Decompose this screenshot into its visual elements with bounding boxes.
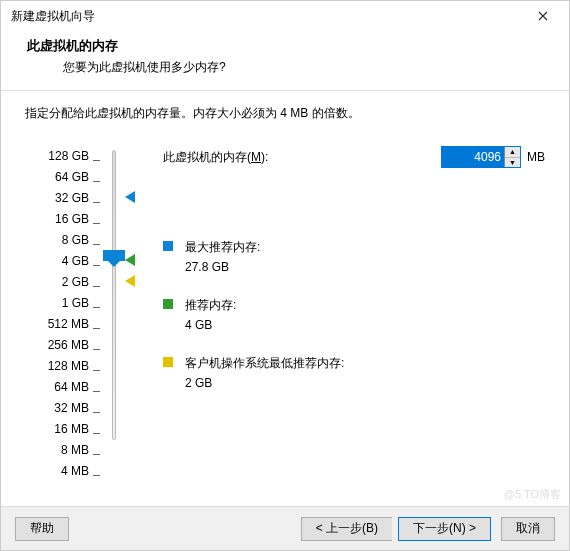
header-subtitle: 您要为此虚拟机使用多少内存? [63, 59, 543, 76]
memory-row: 此虚拟机的内存(M): 4096 ▲ ▼ MB [163, 146, 545, 168]
slider-label: 32 MB [25, 398, 89, 419]
slider-label: 16 MB [25, 419, 89, 440]
square-icon [163, 357, 173, 367]
slider-tick [93, 297, 100, 318]
slider-label: 64 GB [25, 167, 89, 188]
spinner-up-icon[interactable]: ▲ [505, 147, 520, 158]
slider-label: 4 GB [25, 251, 89, 272]
info-min: 客户机操作系统最低推荐内存: [163, 354, 545, 372]
close-icon [538, 11, 548, 21]
watermark: @5 TO博客 [504, 487, 561, 502]
slider-ticks [93, 150, 100, 486]
memory-value[interactable]: 4096 [442, 147, 504, 167]
slider-label: 128 GB [25, 146, 89, 167]
slider-label: 1 GB [25, 293, 89, 314]
slider-tick [93, 213, 100, 234]
slider-tick [93, 318, 100, 339]
content-area: 指定分配给此虚拟机的内存量。内存大小必须为 4 MB 的倍数。 128 GB64… [1, 91, 569, 422]
memory-label: 此虚拟机的内存(M): [163, 149, 268, 166]
slider-label: 4 MB [25, 461, 89, 482]
back-button[interactable]: < 上一步(B) [301, 517, 392, 541]
wizard-header: 此虚拟机的内存 您要为此虚拟机使用多少内存? [1, 31, 569, 90]
right-column: 此虚拟机的内存(M): 4096 ▲ ▼ MB [145, 146, 545, 412]
slider-label: 128 MB [25, 356, 89, 377]
slider-label: 2 GB [25, 272, 89, 293]
slider-tick [93, 444, 100, 465]
marker-rec [125, 254, 135, 266]
slider-tick [93, 402, 100, 423]
memory-slider[interactable]: 128 GB64 GB32 GB16 GB8 GB4 GB2 GB1 GB512… [25, 146, 145, 412]
nav-button-group: < 上一步(B) 下一步(N) > [301, 517, 491, 541]
window-title: 新建虚拟机向导 [11, 8, 95, 25]
square-icon [163, 241, 173, 251]
info-rec-value: 4 GB [185, 318, 545, 332]
info-max: 最大推荐内存: [163, 238, 545, 256]
close-button[interactable] [523, 2, 563, 30]
slider-tick [93, 192, 100, 213]
slider-tick [93, 234, 100, 255]
memory-input-wrap: 4096 ▲ ▼ MB [441, 146, 545, 168]
footer: 帮助 < 上一步(B) 下一步(N) > 取消 [1, 506, 569, 550]
slider-labels: 128 GB64 GB32 GB16 GB8 GB4 GB2 GB1 GB512… [25, 146, 89, 482]
memory-input[interactable]: 4096 ▲ ▼ [441, 146, 521, 168]
memory-spinner[interactable]: ▲ ▼ [504, 147, 520, 167]
spinner-down-icon[interactable]: ▼ [505, 158, 520, 168]
slider-label: 16 GB [25, 209, 89, 230]
main-row: 128 GB64 GB32 GB16 GB8 GB4 GB2 GB1 GB512… [25, 146, 545, 412]
wizard-window: 新建虚拟机向导 此虚拟机的内存 您要为此虚拟机使用多少内存? 指定分配给此虚拟机… [0, 0, 570, 551]
next-button[interactable]: 下一步(N) > [398, 517, 491, 541]
slider-label: 32 GB [25, 188, 89, 209]
marker-min [125, 275, 135, 287]
slider-thumb[interactable] [103, 250, 125, 261]
slider-tick [93, 255, 100, 276]
titlebar: 新建虚拟机向导 [1, 1, 569, 31]
info-min-value: 2 GB [185, 376, 545, 390]
slider-label: 256 MB [25, 335, 89, 356]
slider-label: 8 GB [25, 230, 89, 251]
slider-label: 64 MB [25, 377, 89, 398]
slider-tick [93, 423, 100, 444]
slider-tick [93, 339, 100, 360]
memory-unit: MB [527, 150, 545, 164]
square-icon [163, 299, 173, 309]
slider-tick [93, 150, 100, 171]
intro-text: 指定分配给此虚拟机的内存量。内存大小必须为 4 MB 的倍数。 [25, 105, 545, 122]
slider-tick [93, 276, 100, 297]
info-rec: 推荐内存: [163, 296, 545, 314]
help-button[interactable]: 帮助 [15, 517, 69, 541]
slider-tick [93, 465, 100, 486]
marker-max [125, 191, 135, 203]
slider-tick [93, 381, 100, 402]
slider-tick [93, 171, 100, 192]
info-max-value: 27.8 GB [185, 260, 545, 274]
slider-label: 512 MB [25, 314, 89, 335]
slider-tick [93, 360, 100, 381]
header-title: 此虚拟机的内存 [27, 37, 543, 55]
cancel-button[interactable]: 取消 [501, 517, 555, 541]
slider-label: 8 MB [25, 440, 89, 461]
slider-track[interactable] [112, 150, 116, 440]
